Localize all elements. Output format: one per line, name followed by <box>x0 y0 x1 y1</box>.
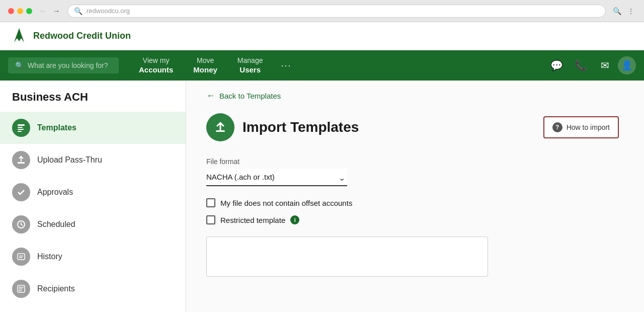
user-avatar-btn[interactable]: 👤 <box>618 56 636 74</box>
logo-icon <box>10 27 28 45</box>
sidebar-item-templates[interactable]: Templates <box>0 112 186 144</box>
search-box[interactable]: 🔍 <box>8 57 119 73</box>
restricted-template-checkbox[interactable] <box>206 215 215 224</box>
breadcrumb[interactable]: ← Back to Templates <box>206 91 619 101</box>
browser-actions: 🔍 ⋮ <box>612 6 636 16</box>
nav-accounts-top: View my <box>139 56 173 65</box>
scheduled-icon <box>12 215 30 233</box>
file-format-section: File format NACHA (.ach or .txt) CSV XML… <box>206 158 619 186</box>
page-header-left: Import Templates <box>206 113 359 141</box>
sidebar-item-scheduled[interactable]: Scheduled <box>0 208 186 241</box>
phone-icon-btn[interactable]: 📞 <box>570 54 592 76</box>
app: Redwood Credit Union 🔍 View my Accounts … <box>0 22 644 312</box>
sidebar-recipients-label: Recipients <box>37 284 75 293</box>
upload-icon <box>12 151 30 169</box>
back-arrow-icon: ← <box>206 91 215 101</box>
recipients-icon <box>12 280 30 298</box>
minimize-button[interactable] <box>17 8 23 14</box>
browser-chrome: ← → 🔍 redwoodcu.org 🔍 ⋮ <box>0 0 644 22</box>
content-area: ← Back to Templates Import Templates <box>186 81 644 312</box>
svg-rect-1 <box>18 124 25 126</box>
browser-menu-btn[interactable]: ⋮ <box>626 6 636 16</box>
offset-accounts-checkbox[interactable] <box>206 198 215 207</box>
close-button[interactable] <box>8 8 14 14</box>
svg-rect-11 <box>19 287 24 288</box>
nav-item-accounts[interactable]: View my Accounts <box>129 52 183 79</box>
sidebar-item-approvals[interactable]: Approvals <box>0 176 186 208</box>
phone-icon: 📞 <box>575 59 587 71</box>
nav-accounts-bottom: Accounts <box>139 65 173 75</box>
nav-more-btn[interactable]: ··· <box>273 60 299 71</box>
logo-bar: Redwood Credit Union <box>0 22 644 50</box>
mail-icon-btn[interactable]: ✉ <box>594 54 616 76</box>
svg-rect-7 <box>18 254 25 260</box>
browser-search-icon: 🔍 <box>74 7 83 15</box>
file-format-select-wrapper: NACHA (.ach or .txt) CSV XML ⌄ <box>206 169 347 186</box>
nav-users-top: Manage <box>237 56 263 65</box>
checkboxes-section: My file does not contain offset accounts… <box>206 198 619 224</box>
sidebar-title: Business ACH <box>0 91 186 112</box>
browser-search-btn[interactable]: 🔍 <box>612 6 622 16</box>
svg-rect-12 <box>19 289 23 290</box>
nav-right-icons: 💬 📞 ✉ 👤 <box>545 54 636 76</box>
sidebar: Business ACH Templates Upload Pass-Thru … <box>0 81 186 312</box>
history-icon <box>12 248 30 266</box>
content-inner: ← Back to Templates Import Templates <box>186 81 639 297</box>
breadcrumb-label: Back to Templates <box>219 92 281 100</box>
how-to-question-icon: ? <box>552 122 562 132</box>
sidebar-item-history[interactable]: History <box>0 241 186 273</box>
upload-circle-icon <box>206 113 234 141</box>
browser-nav-arrows: ← → <box>38 6 61 16</box>
svg-rect-5 <box>18 162 25 164</box>
approvals-icon <box>12 183 30 201</box>
logo[interactable]: Redwood Credit Union <box>10 27 131 45</box>
nav-item-money[interactable]: Move Money <box>183 52 227 79</box>
sidebar-templates-label: Templates <box>37 123 76 132</box>
address-text: redwoodcu.org <box>87 7 130 15</box>
search-input[interactable] <box>28 61 108 69</box>
sidebar-item-upload[interactable]: Upload Pass-Thru <box>0 144 186 176</box>
upload-drop-area[interactable] <box>206 237 488 277</box>
address-bar[interactable]: 🔍 redwoodcu.org <box>67 5 606 18</box>
back-arrow[interactable]: ← <box>38 6 48 16</box>
chat-icon-btn[interactable]: 💬 <box>545 54 568 76</box>
page-header: Import Templates ? How to import <box>206 113 619 141</box>
sidebar-upload-label: Upload Pass-Thru <box>37 155 102 165</box>
how-to-import-label: How to import <box>567 123 610 131</box>
nav-money-top: Move <box>193 56 217 65</box>
info-icon[interactable]: i <box>290 215 299 224</box>
svg-marker-0 <box>14 28 24 42</box>
svg-rect-9 <box>19 257 22 258</box>
svg-rect-2 <box>18 127 23 128</box>
traffic-lights <box>8 8 32 14</box>
svg-rect-14 <box>216 130 225 132</box>
sidebar-item-recipients[interactable]: Recipients <box>0 273 186 305</box>
file-format-select[interactable]: NACHA (.ach or .txt) CSV XML <box>206 169 347 186</box>
page-title: Import Templates <box>243 119 359 135</box>
nav-money-bottom: Money <box>193 65 217 75</box>
file-format-label: File format <box>206 158 619 166</box>
maximize-button[interactable] <box>26 8 32 14</box>
nav-item-users[interactable]: Manage Users <box>227 52 273 79</box>
svg-rect-13 <box>19 290 22 291</box>
restricted-template-label: Restricted template <box>220 216 285 224</box>
svg-rect-8 <box>19 256 23 257</box>
svg-rect-4 <box>18 131 22 132</box>
how-to-import-button[interactable]: ? How to import <box>543 116 619 138</box>
search-icon: 🔍 <box>15 61 24 69</box>
svg-rect-3 <box>18 129 24 130</box>
offset-accounts-label: My file does not contain offset accounts <box>220 199 352 207</box>
sidebar-scheduled-label: Scheduled <box>37 220 75 229</box>
restricted-template-row[interactable]: Restricted template i <box>206 215 619 224</box>
chat-icon: 💬 <box>550 59 563 71</box>
sidebar-approvals-label: Approvals <box>37 188 73 197</box>
mail-icon: ✉ <box>601 59 609 71</box>
main-layout: Business ACH Templates Upload Pass-Thru … <box>0 81 644 312</box>
nav-items: View my Accounts Move Money Manage Users <box>129 52 273 79</box>
nav-bar: 🔍 View my Accounts Move Money Manage Use… <box>0 50 644 81</box>
nav-users-bottom: Users <box>237 65 263 75</box>
forward-arrow[interactable]: → <box>51 6 61 16</box>
offset-accounts-row[interactable]: My file does not contain offset accounts <box>206 198 619 207</box>
logo-text: Redwood Credit Union <box>33 31 131 41</box>
templates-icon <box>12 119 30 137</box>
